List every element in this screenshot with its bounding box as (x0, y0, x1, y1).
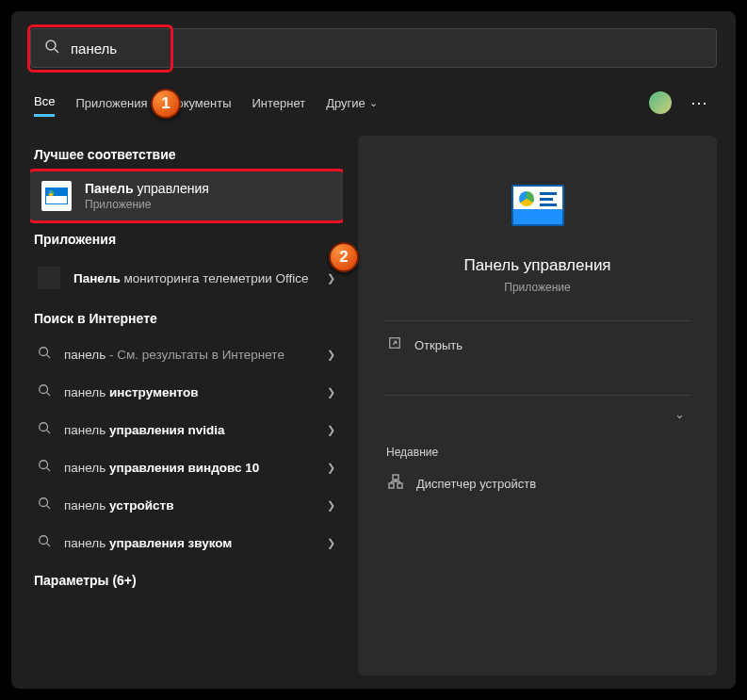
chevron-right-icon: ❯ (327, 537, 335, 549)
result-subtitle: Приложение (85, 198, 209, 211)
svg-point-4 (40, 385, 48, 394)
chevron-right-icon: ❯ (327, 462, 335, 474)
svg-line-3 (47, 355, 51, 359)
apps-header: Приложения (34, 232, 343, 247)
control-panel-icon (512, 185, 564, 237)
svg-point-10 (40, 498, 48, 507)
open-icon (388, 336, 401, 353)
result-title-rest: управления (134, 181, 209, 196)
svg-line-13 (47, 544, 51, 547)
search-window: Все Приложения Документы Интернет Другие… (11, 11, 736, 689)
svg-rect-17 (398, 483, 402, 488)
user-avatar[interactable] (649, 91, 672, 114)
app-title-rest: мониторинга телеметрии Office (121, 271, 309, 285)
expand-chevron-icon[interactable]: ⌄ (669, 401, 690, 427)
app-result-item[interactable]: Панель мониторинга телеметрии Office ❯ (30, 256, 343, 300)
settings-header[interactable]: Параметры (6+) (34, 573, 343, 588)
svg-point-8 (40, 461, 48, 469)
search-icon (38, 383, 51, 400)
filter-tabs: Все Приложения Документы Интернет Другие… (30, 89, 717, 117)
chevron-right-icon: ❯ (327, 272, 335, 285)
results-column: Лучшее соответствие Панель управления Пр… (30, 136, 343, 676)
svg-line-1 (55, 49, 58, 53)
search-icon (38, 421, 51, 438)
search-icon (44, 39, 59, 57)
recent-item-label: Диспетчер устройств (416, 477, 536, 491)
app-title-match: Панель (73, 271, 121, 285)
device-manager-icon (388, 474, 403, 493)
chevron-right-icon: ❯ (327, 386, 335, 399)
search-icon (38, 346, 51, 363)
tab-all[interactable]: Все (34, 89, 55, 117)
web-header: Поиск в Интернете (34, 311, 343, 326)
web-result-item[interactable]: панель управления звуком ❯ (30, 524, 343, 562)
svg-point-2 (40, 348, 48, 356)
annotation-badge-2: 2 (329, 242, 359, 272)
open-label: Открыть (414, 338, 463, 352)
search-icon (38, 534, 51, 551)
recent-item[interactable]: Диспетчер устройств (384, 464, 690, 502)
tab-apps[interactable]: Приложения (75, 90, 147, 116)
preview-title: Панель управления (463, 256, 610, 275)
svg-point-12 (40, 536, 48, 545)
web-result-item[interactable]: панель управления nvidia ❯ (30, 411, 343, 448)
recent-header: Недавние (386, 446, 692, 459)
tab-web[interactable]: Интернет (252, 90, 305, 116)
svg-line-11 (47, 506, 51, 510)
web-result-item[interactable]: панель - См. результаты в Интернете ❯ (30, 335, 343, 373)
best-match-item[interactable]: Панель управления Приложение (30, 171, 343, 220)
annotation-badge-1: 1 (151, 89, 181, 119)
web-result-item[interactable]: панель устройств ❯ (30, 486, 343, 524)
chevron-right-icon: ❯ (327, 349, 335, 361)
svg-line-9 (47, 468, 51, 472)
chevron-right-icon: ❯ (327, 499, 335, 512)
svg-line-5 (47, 393, 51, 397)
web-result-item[interactable]: панель управления виндовс 10 ❯ (30, 448, 343, 486)
preview-subtitle: Приложение (504, 281, 570, 294)
web-result-item[interactable]: панель инструментов ❯ (30, 373, 343, 411)
more-options-button[interactable]: ⋯ (685, 94, 713, 111)
svg-rect-15 (393, 475, 398, 480)
svg-line-7 (47, 431, 51, 434)
open-action[interactable]: Открыть (384, 321, 690, 368)
search-icon (38, 459, 51, 476)
app-icon-placeholder (38, 267, 60, 289)
svg-point-6 (40, 423, 48, 431)
search-icon (38, 497, 51, 513)
search-input[interactable] (71, 41, 703, 57)
preview-panel: Панель управления Приложение Открыть ⌄ Н… (358, 136, 717, 676)
result-title-match: Панель (85, 181, 134, 196)
search-bar[interactable] (30, 28, 717, 68)
svg-rect-16 (389, 483, 394, 488)
svg-point-0 (46, 41, 56, 50)
control-panel-icon (41, 181, 72, 211)
tab-more[interactable]: Другие (326, 90, 378, 116)
chevron-right-icon: ❯ (327, 424, 335, 436)
best-match-header: Лучшее соответствие (34, 147, 343, 162)
